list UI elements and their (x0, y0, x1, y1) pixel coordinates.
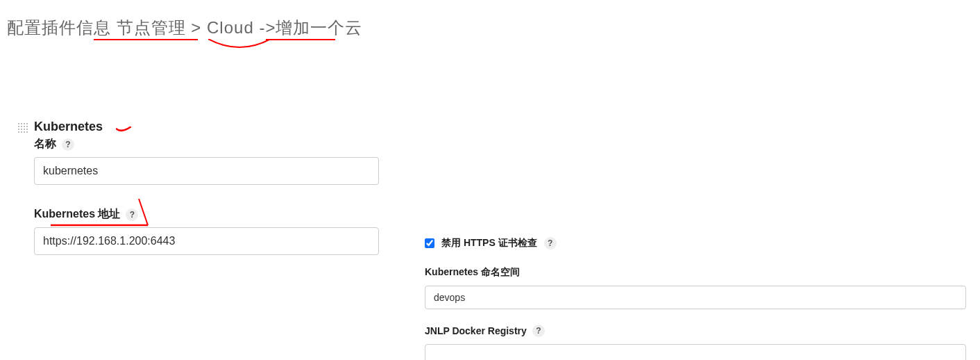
annotation-underline-1 (94, 39, 198, 40)
jnlp-label: JNLP Docker Registry (425, 325, 527, 336)
disable-https-checkbox[interactable] (425, 238, 434, 248)
address-label: Kubernetes 地址 (34, 207, 120, 222)
section-heading-kubernetes: Kubernetes (34, 120, 380, 134)
help-icon[interactable]: ? (544, 237, 557, 249)
namespace-input[interactable] (425, 286, 966, 309)
name-input[interactable] (34, 157, 379, 185)
address-input[interactable] (34, 227, 379, 255)
annotation-tick-icon (116, 126, 131, 133)
namespace-label: Kubernetes 命名空间 (425, 266, 966, 279)
name-label: 名称 (34, 137, 56, 152)
jnlp-input[interactable] (425, 344, 966, 360)
annotation-swoosh-icon (208, 39, 271, 51)
page-title: 配置插件信息 节点管理 > Cloud ->增加一个云 (7, 17, 362, 39)
help-icon[interactable]: ? (126, 208, 138, 221)
help-icon[interactable]: ? (532, 325, 545, 337)
drag-handle-icon[interactable] (18, 123, 28, 133)
disable-https-label: 禁用 HTTPS 证书检查 (441, 237, 537, 249)
annotation-underline-2 (266, 39, 335, 40)
help-icon[interactable]: ? (62, 138, 74, 151)
